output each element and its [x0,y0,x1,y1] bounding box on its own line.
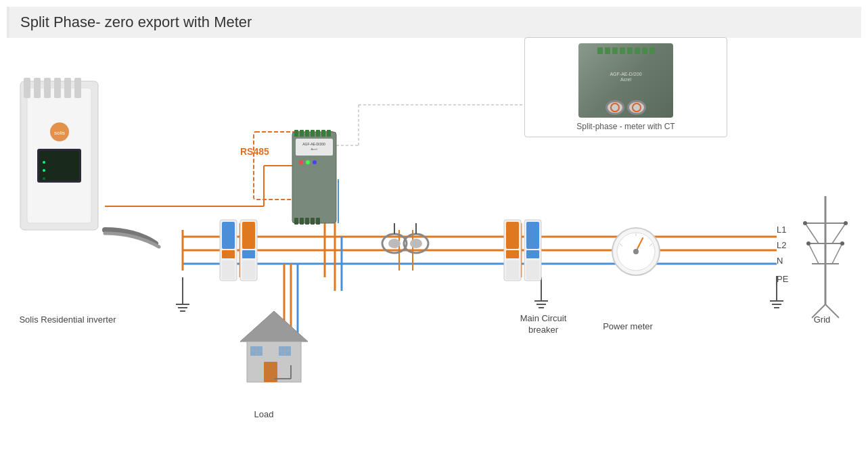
load-label: Load [237,409,291,421]
diagram-svg: solis AGF-AE-D/200 Acrel [0,0,868,468]
svg-rect-91 [506,250,519,258]
svg-rect-68 [311,130,315,137]
svg-point-53 [43,161,45,164]
svg-rect-71 [327,130,331,137]
svg-rect-94 [526,222,539,249]
svg-rect-92 [506,260,519,279]
svg-point-84 [388,239,401,248]
terminal-2 [605,47,610,54]
svg-text:AGF-AE-D/200: AGF-AE-D/200 [302,142,325,146]
svg-rect-52 [39,151,79,181]
n-label: N [777,256,783,266]
svg-rect-45 [44,78,51,98]
power-meter-label: Power meter [594,321,662,333]
svg-point-125 [803,221,807,225]
svg-rect-95 [526,250,539,258]
terminal-4 [620,47,625,54]
svg-rect-48 [74,78,81,98]
meter-device-label: AGF-AE-D/200Acrel [610,72,641,82]
svg-point-77 [313,160,317,164]
terminal-1 [597,47,603,54]
ct-clamp-2 [627,100,646,115]
svg-line-121 [808,243,819,264]
pe-label: PE [777,274,788,284]
terminal-8 [649,47,655,54]
svg-point-87 [410,239,422,248]
svg-rect-82 [316,218,320,225]
svg-rect-96 [526,260,539,279]
meter-callout-label: Split-phase - meter with CT [530,122,721,131]
ct-pair [606,100,646,115]
svg-rect-47 [64,78,71,98]
meter-device-image: AGF-AE-D/200Acrel [578,43,673,118]
terminal-3 [612,47,618,54]
svg-point-128 [840,241,844,245]
svg-rect-63 [242,260,255,279]
meter-callout-inner: AGF-AE-D/200Acrel [530,43,721,118]
svg-text:Acrel: Acrel [311,147,317,151]
svg-rect-46 [54,78,61,98]
svg-rect-62 [242,250,255,258]
svg-rect-81 [311,218,315,225]
svg-point-54 [43,169,45,172]
meter-terminals-top [597,47,655,54]
svg-rect-69 [316,130,320,137]
main-cb-label: Main Circuit breaker [506,313,580,336]
svg-rect-66 [300,130,304,137]
ct-clamp-1 [606,100,624,115]
svg-rect-79 [300,218,304,225]
svg-point-75 [299,160,303,164]
l2-label: L2 [777,240,786,250]
inverter-label: Solis Residential inverter [14,314,122,326]
svg-rect-44 [34,78,41,98]
l1-label: L1 [777,225,786,235]
svg-text:solis: solis [54,130,65,136]
svg-point-100 [633,249,639,254]
svg-line-119 [805,223,819,243]
svg-point-76 [306,160,310,164]
svg-rect-61 [242,222,255,249]
svg-rect-78 [294,218,298,225]
svg-point-127 [806,241,810,245]
svg-point-55 [43,177,45,180]
svg-point-126 [844,221,848,225]
meter-callout-box: AGF-AE-D/200Acrel Split-phase - meter wi… [524,37,727,137]
svg-line-120 [832,223,846,243]
terminal-6 [635,47,640,54]
svg-rect-59 [222,260,235,279]
svg-rect-43 [24,78,30,98]
svg-rect-67 [305,130,309,137]
svg-line-122 [832,243,842,264]
terminal-7 [642,47,647,54]
svg-rect-90 [506,222,519,249]
page-container: Split Phase- zero export with Meter [0,0,868,468]
svg-rect-57 [222,222,235,249]
rs485-label: RS485 [240,145,269,158]
svg-rect-58 [222,250,235,258]
svg-rect-70 [321,130,325,137]
grid-label: Grid [798,314,846,326]
svg-rect-65 [294,130,298,137]
terminal-5 [627,47,633,54]
svg-rect-80 [305,218,309,225]
